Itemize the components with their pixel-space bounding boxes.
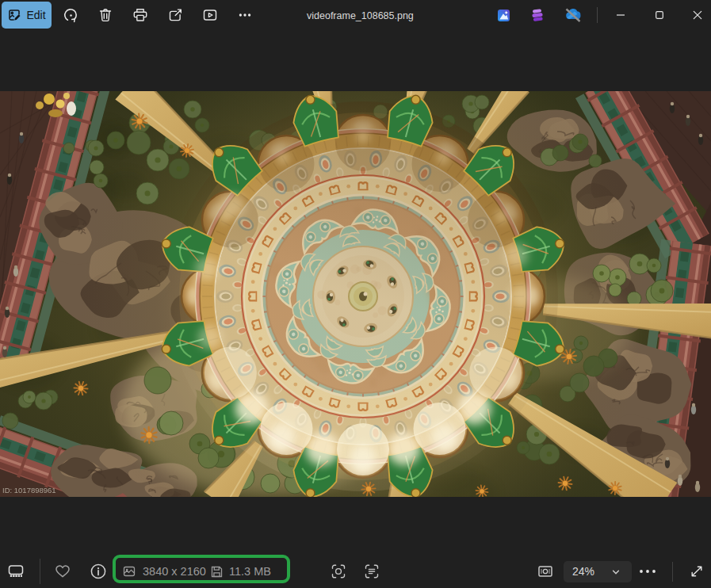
svg-text:ID: 1017898961: ID: 1017898961 bbox=[2, 486, 56, 494]
